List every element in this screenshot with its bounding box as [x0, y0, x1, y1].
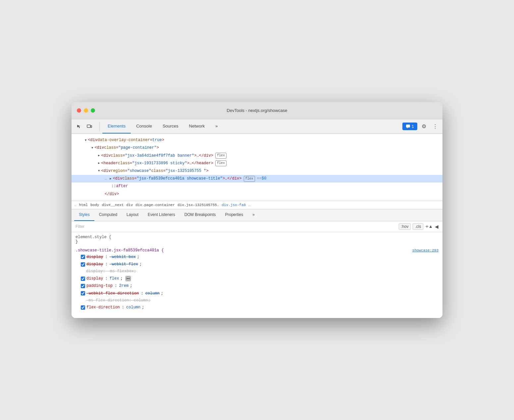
dom-inspector: ▼ <div data-overlay-container= true > ▼ …: [72, 134, 442, 201]
filter-input[interactable]: [76, 224, 396, 229]
add-style-button[interactable]: +▲: [425, 224, 433, 230]
filter-buttons: :hov .cls +▲ ◀: [399, 223, 438, 230]
css-checkbox[interactable]: [81, 305, 85, 310]
css-rule-element-style: element.style { }: [76, 235, 438, 244]
close-button[interactable]: [77, 108, 81, 113]
flex-badge[interactable]: flex: [244, 176, 255, 182]
tab-dom-breakpoints[interactable]: DOM Breakpoints: [180, 209, 221, 221]
breadcrumb-item-div[interactable]: div: [126, 203, 133, 207]
device-toolbar-button[interactable]: [85, 122, 94, 131]
css-checkbox[interactable]: [81, 284, 85, 288]
css-property-webkit-box: display : -webkit-box ;: [76, 253, 438, 261]
breadcrumb-item-jsx-1325[interactable]: div.jsx-1325105755.: [178, 203, 219, 207]
dom-close-div[interactable]: </div>: [72, 190, 442, 198]
css-source-link[interactable]: showcase:293: [412, 248, 438, 252]
svg-rect-2: [406, 125, 410, 128]
notification-button[interactable]: 1: [402, 123, 417, 130]
tab-computed[interactable]: Computed: [94, 209, 122, 221]
settings-button[interactable]: ⚙: [419, 122, 429, 131]
svg-rect-6: [129, 278, 129, 280]
breadcrumb-item-html[interactable]: html: [79, 203, 88, 207]
styles-filter-bar: :hov .cls +▲ ◀: [72, 221, 442, 232]
dom-after-pseudo[interactable]: ::after: [72, 183, 442, 190]
dom-line[interactable]: ▶ <div class="jsx-3a64d1ae4f0f7fab banne…: [72, 152, 442, 160]
tab-elements[interactable]: Elements: [102, 119, 131, 133]
css-rule-showcase-title: .showcase-title.jsx-fa8539efcca401a { sh…: [76, 248, 438, 311]
dom-line[interactable]: ▼ <div region="showcase" class="jsx-1325…: [72, 167, 442, 175]
breadcrumb-more[interactable]: …: [248, 203, 251, 207]
tab-layout[interactable]: Layout: [122, 209, 143, 221]
css-property-webkit-flex: display : -webkit-flex ;: [76, 261, 438, 268]
tab-properties[interactable]: Properties: [221, 209, 248, 221]
dollar-badge: $0: [262, 176, 266, 182]
styles-content: element.style { } .showcase-title.jsx-fa…: [72, 232, 442, 318]
dom-line-selected[interactable]: … ▶ <div class="jsx-fa8539efcca401a show…: [72, 175, 442, 183]
expand-icon[interactable]: ▼: [85, 138, 86, 143]
svg-rect-4: [127, 278, 128, 280]
breadcrumb-bar: … html body div#__next div div.page-cont…: [72, 201, 442, 209]
breadcrumb-item-jsx-fa8[interactable]: div.jsx-fa8: [222, 203, 246, 207]
styles-panel-tabs: Styles Computed Layout Event Listeners D…: [72, 209, 442, 221]
devtools-toolbar: Elements Console Sources Network » 1: [72, 119, 442, 134]
cls-button[interactable]: .cls: [413, 223, 423, 230]
tab-more[interactable]: »: [210, 119, 223, 133]
expand-icon[interactable]: ▼: [91, 146, 93, 150]
css-property-ms-flexbox: display: -ms-flexbox;: [76, 268, 438, 275]
expand-icon[interactable]: ▶: [110, 177, 111, 181]
tab-styles[interactable]: Styles: [74, 209, 94, 221]
css-rule-header: .showcase-title.jsx-fa8539efcca401a { sh…: [76, 248, 438, 253]
inspect-element-button[interactable]: [74, 122, 83, 131]
css-property-padding-top: padding-top : 2rem ;: [76, 282, 438, 289]
css-property-webkit-flex-direction: -webkit-flex-direction : column ;: [76, 290, 438, 297]
title-bar: DevTools - nextjs.org/showcase: [72, 102, 442, 119]
traffic-lights: [77, 108, 95, 113]
svg-rect-0: [87, 125, 90, 128]
tab-console[interactable]: Console: [131, 119, 157, 133]
maximize-button[interactable]: [91, 108, 95, 113]
eq-badge: ==: [257, 176, 262, 182]
css-property-flex-direction: flex-direction : column ;: [76, 304, 438, 311]
flex-badge[interactable]: flex: [215, 160, 227, 166]
toolbar-right: 1 ⚙ ⋮: [402, 122, 440, 131]
more-button[interactable]: ⋮: [431, 122, 440, 131]
tab-sources[interactable]: Sources: [157, 119, 184, 133]
toolbar-divider: [99, 122, 100, 131]
css-property-ms-flex-direction: -ms-flex-direction: column;: [76, 297, 438, 304]
breadcrumb-item-page-container[interactable]: div.page-container: [135, 203, 175, 207]
breadcrumb-item-next[interactable]: div#__next: [102, 203, 124, 207]
css-checkbox[interactable]: [81, 291, 85, 295]
expand-icon[interactable]: ▶: [98, 161, 100, 166]
chat-icon: [406, 124, 410, 129]
minimize-button[interactable]: [84, 108, 88, 113]
window-title: DevTools - nextjs.org/showcase: [227, 108, 287, 113]
css-checkbox[interactable]: [81, 255, 85, 259]
flex-badge[interactable]: flex: [215, 153, 227, 159]
layout-toggle-button[interactable]: ◀: [435, 224, 438, 229]
css-property-display-flex: display : flex ;: [76, 275, 438, 282]
tab-styles-more[interactable]: »: [248, 209, 259, 221]
expand-icon[interactable]: ▼: [98, 169, 100, 173]
css-selector[interactable]: .showcase-title.jsx-fa8539efcca401a {: [76, 248, 164, 253]
dom-dots: …: [105, 176, 107, 182]
css-checkbox[interactable]: [81, 262, 85, 267]
tab-event-listeners[interactable]: Event Listeners: [143, 209, 180, 221]
dom-line[interactable]: ▼ <div class="page-container">: [72, 144, 442, 152]
svg-rect-5: [128, 278, 128, 280]
tab-network[interactable]: Network: [184, 119, 210, 133]
svg-rect-1: [91, 126, 92, 128]
element-style-selector: element.style {: [76, 235, 438, 239]
devtools-tab-list: Elements Console Sources Network »: [102, 119, 401, 133]
breadcrumb-item-body[interactable]: body: [90, 203, 99, 207]
hov-button[interactable]: :hov: [399, 223, 411, 230]
expand-icon[interactable]: ▶: [98, 153, 100, 158]
breadcrumb-dots: …: [74, 203, 77, 207]
dom-line[interactable]: ▶ <header class="jsx-1931733896 sticky">…: [72, 160, 442, 167]
css-checkbox[interactable]: [81, 277, 85, 281]
flex-layout-icon[interactable]: [126, 276, 131, 281]
toolbar-icons: [74, 122, 94, 131]
dom-line[interactable]: ▼ <div data-overlay-container= true >: [72, 136, 442, 144]
devtools-window: DevTools - nextjs.org/showcase Elements: [72, 102, 442, 318]
notification-count: 1: [412, 124, 414, 129]
